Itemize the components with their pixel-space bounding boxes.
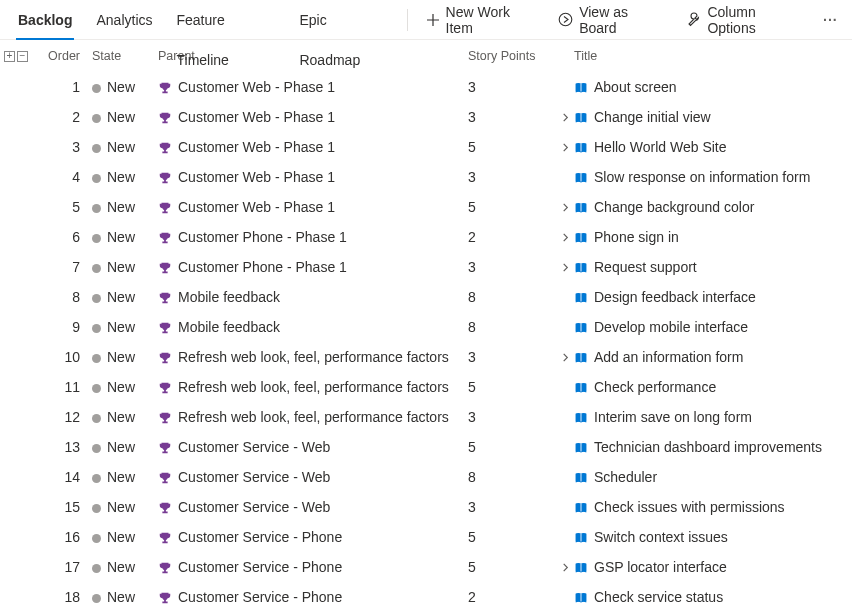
trophy-icon bbox=[158, 411, 172, 425]
cell-title[interactable]: Request support bbox=[574, 259, 852, 275]
cell-parent[interactable]: Customer Phone - Phase 1 bbox=[158, 229, 468, 245]
cell-parent[interactable]: Refresh web look, feel, performance fact… bbox=[158, 409, 468, 425]
cell-order: 10 bbox=[44, 349, 92, 365]
parent-label: Customer Service - Phone bbox=[178, 589, 342, 605]
cell-title[interactable]: GSP locator interface bbox=[574, 559, 852, 575]
expand-toggle[interactable] bbox=[556, 199, 574, 215]
collapse-all-icon[interactable]: − bbox=[17, 51, 28, 62]
column-options-button[interactable]: Column Options bbox=[676, 0, 814, 40]
cell-state: New bbox=[92, 559, 158, 575]
table-row[interactable]: 8NewMobile feedback8Design feedback inte… bbox=[0, 282, 852, 312]
cell-title[interactable]: Scheduler bbox=[574, 469, 852, 485]
cell-parent[interactable]: Customer Web - Phase 1 bbox=[158, 79, 468, 95]
cell-state: New bbox=[92, 349, 158, 365]
book-icon bbox=[574, 381, 588, 395]
table-row[interactable]: 4NewCustomer Web - Phase 13Slow response… bbox=[0, 162, 852, 192]
table-row[interactable]: 1NewCustomer Web - Phase 13About screen bbox=[0, 72, 852, 102]
expand-toggle[interactable] bbox=[556, 229, 574, 245]
tab-backlog[interactable]: Backlog bbox=[6, 0, 84, 40]
tab-feature-timeline[interactable]: Feature Timeline bbox=[165, 0, 288, 40]
cell-state: New bbox=[92, 229, 158, 245]
cell-parent[interactable]: Customer Service - Web bbox=[158, 499, 468, 515]
svg-rect-4 bbox=[576, 114, 581, 122]
cell-parent[interactable]: Customer Web - Phase 1 bbox=[158, 199, 468, 215]
cell-title[interactable]: Check performance bbox=[574, 379, 852, 395]
cell-parent[interactable]: Customer Service - Phone bbox=[158, 589, 468, 605]
expand-all-icon[interactable]: + bbox=[4, 51, 15, 62]
new-work-item-label: New Work Item bbox=[446, 4, 539, 36]
book-icon bbox=[574, 171, 588, 185]
state-dot-icon bbox=[92, 294, 101, 303]
svg-rect-7 bbox=[576, 144, 581, 152]
table-row[interactable]: 2NewCustomer Web - Phase 13Change initia… bbox=[0, 102, 852, 132]
table-row[interactable]: 7NewCustomer Phone - Phase 13Request sup… bbox=[0, 252, 852, 282]
chevron-right-icon bbox=[561, 229, 570, 245]
state-dot-icon bbox=[92, 114, 101, 123]
cell-title[interactable]: Hello World Web Site bbox=[574, 139, 852, 155]
cell-parent[interactable]: Customer Service - Web bbox=[158, 469, 468, 485]
table-row[interactable]: 6NewCustomer Phone - Phase 12Phone sign … bbox=[0, 222, 852, 252]
table-row[interactable]: 13NewCustomer Service - Web5Technician d… bbox=[0, 432, 852, 462]
cell-parent[interactable]: Refresh web look, feel, performance fact… bbox=[158, 349, 468, 365]
table-row[interactable]: 14NewCustomer Service - Web8Scheduler bbox=[0, 462, 852, 492]
cell-title[interactable]: About screen bbox=[574, 79, 852, 95]
expand-toggle[interactable] bbox=[556, 109, 574, 125]
svg-rect-2 bbox=[581, 84, 586, 92]
cell-title[interactable]: Develop mobile interface bbox=[574, 319, 852, 335]
table-row[interactable]: 15NewCustomer Service - Web3Check issues… bbox=[0, 492, 852, 522]
cell-title[interactable]: Add an information form bbox=[574, 349, 852, 365]
state-label: New bbox=[107, 199, 135, 215]
cell-title[interactable]: Slow response on information form bbox=[574, 169, 852, 185]
tab-analytics[interactable]: Analytics bbox=[84, 0, 164, 40]
cell-parent[interactable]: Customer Web - Phase 1 bbox=[158, 109, 468, 125]
header-order[interactable]: Order bbox=[44, 49, 92, 63]
new-work-item-button[interactable]: New Work Item bbox=[416, 0, 549, 40]
cell-parent[interactable]: Customer Web - Phase 1 bbox=[158, 169, 468, 185]
cell-parent[interactable]: Mobile feedback bbox=[158, 289, 468, 305]
expand-toggle[interactable] bbox=[556, 559, 574, 575]
table-row[interactable]: 18NewCustomer Service - Phone2Check serv… bbox=[0, 582, 852, 611]
header-story-points[interactable]: Story Points bbox=[468, 49, 556, 63]
header-title[interactable]: Title bbox=[574, 49, 852, 63]
expand-toggle[interactable] bbox=[556, 349, 574, 365]
cell-parent[interactable]: Customer Service - Web bbox=[158, 439, 468, 455]
cell-parent[interactable]: Customer Service - Phone bbox=[158, 559, 468, 575]
cell-title[interactable]: Design feedback interface bbox=[574, 289, 852, 305]
title-label: Phone sign in bbox=[594, 229, 679, 245]
table-row[interactable]: 10NewRefresh web look, feel, performance… bbox=[0, 342, 852, 372]
state-dot-icon bbox=[92, 264, 101, 273]
cell-parent[interactable]: Customer Web - Phase 1 bbox=[158, 139, 468, 155]
cell-title[interactable]: Change initial view bbox=[574, 109, 852, 125]
expand-toggle[interactable] bbox=[556, 259, 574, 275]
table-row[interactable]: 16NewCustomer Service - Phone5Switch con… bbox=[0, 522, 852, 552]
table-row[interactable]: 3NewCustomer Web - Phase 15Hello World W… bbox=[0, 132, 852, 162]
cell-title[interactable]: Change background color bbox=[574, 199, 852, 215]
table-row[interactable]: 9NewMobile feedback8Develop mobile inter… bbox=[0, 312, 852, 342]
title-label: Check performance bbox=[594, 379, 716, 395]
cell-title[interactable]: Interim save on long form bbox=[574, 409, 852, 425]
table-row[interactable]: 12NewRefresh web look, feel, performance… bbox=[0, 402, 852, 432]
cell-title[interactable]: Check service status bbox=[574, 589, 852, 605]
table-row[interactable]: 11NewRefresh web look, feel, performance… bbox=[0, 372, 852, 402]
table-row[interactable]: 17NewCustomer Service - Phone5GSP locato… bbox=[0, 552, 852, 582]
expand-toggle[interactable] bbox=[556, 139, 574, 155]
cell-title[interactable]: Check issues with permissions bbox=[574, 499, 852, 515]
cell-parent[interactable]: Customer Service - Phone bbox=[158, 529, 468, 545]
cell-order: 1 bbox=[44, 79, 92, 95]
cell-parent[interactable]: Mobile feedback bbox=[158, 319, 468, 335]
more-actions-button[interactable]: ··· bbox=[815, 12, 846, 28]
cell-title[interactable]: Technician dashboard improvements bbox=[574, 439, 852, 455]
cell-story-points: 5 bbox=[468, 379, 556, 395]
cell-title[interactable]: Switch context issues bbox=[574, 529, 852, 545]
table-row[interactable]: 5NewCustomer Web - Phase 15Change backgr… bbox=[0, 192, 852, 222]
title-label: Technician dashboard improvements bbox=[594, 439, 822, 455]
svg-rect-24 bbox=[581, 294, 582, 302]
cell-title[interactable]: Phone sign in bbox=[574, 229, 852, 245]
cell-parent[interactable]: Refresh web look, feel, performance fact… bbox=[158, 379, 468, 395]
svg-rect-35 bbox=[581, 414, 586, 422]
header-state[interactable]: State bbox=[92, 49, 158, 63]
view-as-board-button[interactable]: View as Board bbox=[548, 0, 676, 40]
cell-parent[interactable]: Customer Phone - Phase 1 bbox=[158, 259, 468, 275]
tab-epic-roadmap[interactable]: Epic Roadmap bbox=[287, 0, 398, 40]
title-label: Hello World Web Site bbox=[594, 139, 727, 155]
